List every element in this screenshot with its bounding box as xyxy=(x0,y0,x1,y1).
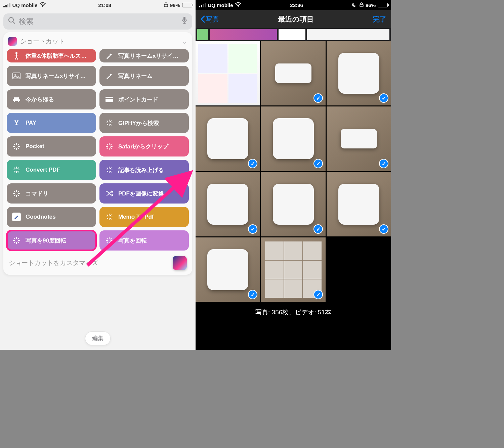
shortcut-tile[interactable]: 記事を読み上げる xyxy=(99,160,189,180)
tile-label: 写真を90度回転 xyxy=(26,237,66,244)
shortcut-tile[interactable]: 写真リネームxリサイ… xyxy=(99,49,189,62)
svg-line-35 xyxy=(111,144,112,145)
shortcuts-widget-screen: UQ mobile 21:08 99% 検索 ショートカット ⌄ 体重&体 xyxy=(0,0,196,350)
photo-thumbnail xyxy=(327,237,391,302)
photo-thumbnail[interactable] xyxy=(327,106,391,171)
signal-icon xyxy=(199,3,206,7)
tile-label: コマドリ xyxy=(26,190,48,197)
svg-line-18 xyxy=(111,124,112,125)
customize-row[interactable]: ショートカットをカスタマイズ xyxy=(7,256,189,270)
photo-thumbnail[interactable] xyxy=(261,237,326,302)
svg-rect-4 xyxy=(183,17,185,21)
shortcut-tile[interactable]: ポイントカード xyxy=(99,89,189,109)
photo-thumbnail[interactable] xyxy=(261,106,326,171)
shortcuts-app-icon xyxy=(173,256,187,270)
svg-line-58 xyxy=(18,195,19,196)
svg-line-44 xyxy=(14,171,15,172)
svg-line-28 xyxy=(14,148,15,149)
battery-pct: 86% xyxy=(366,2,376,8)
shortcut-tile[interactable]: Memo To Pdf xyxy=(99,207,189,227)
done-button[interactable]: 完了 xyxy=(373,15,386,24)
spark-icon xyxy=(105,166,114,174)
spark-icon xyxy=(105,213,114,221)
svg-line-60 xyxy=(14,195,15,196)
svg-line-34 xyxy=(111,148,112,149)
shortcut-tile[interactable]: ¥PAY xyxy=(7,113,96,133)
tile-label: 写真リネーム xyxy=(118,72,153,80)
widget-header[interactable]: ショートカット ⌄ xyxy=(7,36,189,49)
shortcut-tile[interactable]: 今から帰る xyxy=(7,89,96,109)
tile-label: 写真リネームxリサイ… xyxy=(118,52,178,60)
shortcut-tile[interactable]: 写真リネームxリサイ… xyxy=(7,66,96,86)
battery-icon xyxy=(182,3,192,7)
svg-line-65 xyxy=(107,215,108,216)
clock: 23:36 xyxy=(290,2,303,8)
shortcut-tile[interactable]: Goodnotes xyxy=(7,207,96,227)
tile-label: Convert PDF xyxy=(26,167,60,173)
svg-line-50 xyxy=(111,171,112,172)
shortcut-tile[interactable]: PDFを画像に変換 xyxy=(99,183,189,204)
svg-line-17 xyxy=(107,121,108,122)
body-icon xyxy=(12,51,21,60)
svg-line-68 xyxy=(107,218,108,219)
mic-icon[interactable] xyxy=(181,16,187,27)
svg-line-73 xyxy=(14,238,15,239)
photo-thumbnail[interactable] xyxy=(327,41,391,105)
selected-check-icon xyxy=(379,159,388,168)
photo-thumbnail[interactable] xyxy=(196,41,260,105)
svg-line-27 xyxy=(18,144,19,145)
spotlight-search[interactable]: 検索 xyxy=(3,13,192,30)
chevron-down-icon[interactable]: ⌄ xyxy=(181,37,187,46)
wifi-icon xyxy=(235,2,241,8)
shortcut-tile[interactable]: GIPHYから検索 xyxy=(99,113,189,133)
photo-thumbnail[interactable] xyxy=(327,172,391,236)
tile-label: ポイントカード xyxy=(118,96,158,103)
shortcut-tile[interactable]: 写真を回転 xyxy=(99,230,189,251)
shortcut-tile[interactable]: 写真を90度回転 xyxy=(7,230,96,251)
back-button[interactable]: 写真 xyxy=(200,15,219,24)
svg-point-86 xyxy=(238,6,239,7)
tile-label: PDFを画像に変換 xyxy=(118,190,164,197)
photo-icon xyxy=(12,72,21,80)
shortcut-tile[interactable]: Safariからクリップ xyxy=(99,136,189,156)
shortcut-tiles-grid: 体重&体脂肪率ヘルス…写真リネームxリサイ…写真リネームxリサイ…写真リネーム今… xyxy=(7,49,189,251)
shortcut-tile[interactable]: Pocket xyxy=(7,136,96,156)
shortcut-tile[interactable]: コマドリ xyxy=(7,183,96,204)
svg-line-66 xyxy=(111,218,112,219)
photo-picker-screen: UQ mobile 23:36 86% 写真 最近の項目 完了 xyxy=(196,0,391,350)
svg-line-41 xyxy=(14,168,15,169)
tile-label: 体重&体脂肪率ヘルス… xyxy=(26,52,87,60)
selection-summary: 写真: 356枚、ビデオ: 51本 xyxy=(196,302,391,317)
shortcuts-widget: ショートカット ⌄ 体重&体脂肪率ヘルス…写真リネームxリサイ…写真リネームxリ… xyxy=(3,32,192,275)
svg-line-52 xyxy=(107,171,108,172)
spark-icon xyxy=(12,142,21,151)
signal-icon xyxy=(3,3,10,7)
svg-line-81 xyxy=(107,238,108,239)
svg-line-83 xyxy=(111,238,112,239)
edit-button[interactable]: 編集 xyxy=(85,331,111,345)
navbar: 写真 最近の項目 完了 xyxy=(196,10,391,28)
shuffle-icon xyxy=(105,189,114,198)
shortcut-tile[interactable]: Convert PDF xyxy=(7,160,96,180)
svg-rect-8 xyxy=(13,99,20,101)
photo-thumbnail[interactable] xyxy=(196,172,260,236)
hammer-icon xyxy=(105,72,114,80)
album-strip[interactable] xyxy=(196,28,391,41)
car-icon xyxy=(12,95,21,104)
wifi-icon xyxy=(40,2,46,8)
tile-label: PAY xyxy=(26,120,36,126)
tile-label: Goodnotes xyxy=(26,214,56,220)
selected-check-icon xyxy=(313,224,323,234)
photo-thumbnail[interactable] xyxy=(196,237,260,302)
photo-grid xyxy=(196,41,391,302)
svg-line-42 xyxy=(18,171,19,172)
shortcut-tile[interactable]: 体重&体脂肪率ヘルス… xyxy=(7,49,96,62)
photo-thumbnail[interactable] xyxy=(261,172,326,236)
shortcut-tile[interactable]: 写真リネーム xyxy=(99,66,189,86)
spark-icon xyxy=(105,142,114,151)
photo-thumbnail[interactable] xyxy=(196,106,260,171)
search-icon xyxy=(8,17,15,26)
selected-check-icon xyxy=(313,290,323,299)
photo-thumbnail[interactable] xyxy=(261,41,326,105)
svg-point-0 xyxy=(42,6,43,7)
